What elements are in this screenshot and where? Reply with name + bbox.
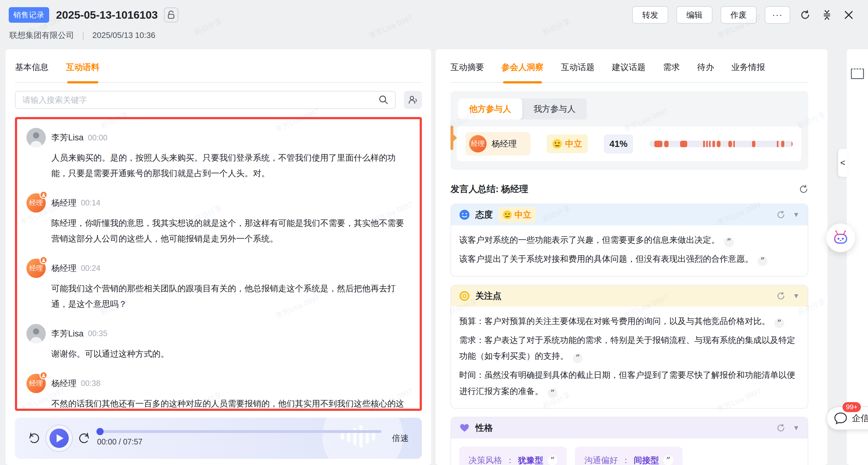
participant-side-segment[interactable]: 我方参与人: [522, 98, 587, 119]
edit-button[interactable]: 编辑: [676, 6, 712, 24]
timeline-segment: [712, 141, 715, 147]
close-icon[interactable]: [842, 8, 856, 22]
speaker-filter-icon: [408, 95, 418, 105]
message-timestamp[interactable]: 00:14: [81, 198, 100, 207]
focus-title: 关注点: [475, 290, 501, 302]
forward-button[interactable]: 转发: [632, 6, 668, 24]
speaker-avatar: 经理: [26, 193, 46, 212]
right-tab[interactable]: 互动摘要: [451, 62, 484, 74]
message-text: 谢谢你。可以通过这种方式的。: [51, 346, 410, 362]
audio-progress-bar[interactable]: [97, 430, 381, 433]
personality-refresh-icon[interactable]: [777, 424, 785, 432]
message-timestamp[interactable]: 00:00: [88, 133, 107, 142]
quote-jump-icon[interactable]: ”: [757, 256, 768, 266]
participant-side-toggle: 他方参与人 我方参与人: [458, 98, 587, 119]
attitude-title: 态度: [475, 209, 493, 221]
message-timestamp[interactable]: 00:24: [81, 264, 100, 273]
quote-jump-icon[interactable]: ”: [573, 353, 583, 363]
timeline-segment: [709, 141, 711, 147]
focus-line: 时间：虽然没有明确提到具体的截止日期，但客户提到了需要尽快了解报价和功能清单以便…: [459, 367, 800, 399]
left-tab[interactable]: 基本信息: [15, 62, 49, 74]
participant-side-segment[interactable]: 他方参与人: [458, 98, 522, 119]
play-button[interactable]: [50, 429, 69, 448]
right-tab[interactable]: 待办: [697, 62, 714, 74]
unread-count-badge: 99+: [842, 402, 861, 412]
forward-seek-icon[interactable]: [79, 432, 90, 444]
right-tab[interactable]: 参会人洞察: [501, 62, 544, 74]
timeline-segment: [680, 141, 687, 147]
attitude-sentiment-badge: 中立: [498, 207, 536, 223]
participant-name: 杨经理: [492, 138, 517, 149]
speaking-timeline[interactable]: [649, 141, 793, 147]
timeline-segment: [781, 141, 784, 147]
panel-collapse-tab[interactable]: <: [838, 149, 847, 177]
ai-assistant-button[interactable]: [826, 224, 855, 252]
timeline-segment: [703, 141, 705, 147]
right-tab[interactable]: 互动话题: [561, 62, 594, 74]
manager-role-avatar: 经理: [469, 135, 487, 152]
message-text: 不然的话我们其他还有一百多的这种对应的人员需要报销的，他们其实用不到我们这些核心…: [51, 396, 410, 411]
chevron-down-icon[interactable]: ▼: [793, 292, 800, 300]
message-timestamp[interactable]: 00:38: [81, 379, 100, 388]
message-item: 李芳Lisa 00:35 谢谢你。可以通过这种方式的。: [26, 324, 410, 362]
speaker-summary-title: 发言人总结: 杨经理: [451, 183, 528, 196]
participant-name-pill: 经理 杨经理: [465, 132, 530, 156]
attitude-refresh-icon[interactable]: [777, 210, 785, 219]
message-timestamp[interactable]: 00:35: [88, 329, 107, 338]
insight-panel: 互动摘要 参会人洞察 互动话题 建议话题 需求 待办 业务情报 他方参与人 我方…: [436, 49, 828, 465]
chevron-down-icon[interactable]: ▼: [793, 424, 800, 432]
transcript-panel: 基本信息 互动语料: [6, 49, 431, 465]
quote-jump-icon[interactable]: ”: [724, 237, 734, 247]
summary-refresh-icon[interactable]: [799, 184, 808, 194]
robot-icon: [833, 230, 849, 246]
sentiment-badge: 中立: [547, 135, 588, 153]
collapse-icon[interactable]: [820, 8, 834, 22]
focus-line: 需求：客户表达了对于系统功能的需求，特别是关于报销流程、与现有系统的集成以及特定…: [459, 332, 800, 365]
speaker-filter-button[interactable]: [404, 91, 422, 109]
record-type-badge: 销售记录: [9, 7, 49, 23]
void-button[interactable]: 作废: [720, 6, 756, 24]
message-item: 经理 杨经理 00:14 陈经理，你听懂我的意思，我其实想说的就是这个，那这样有…: [26, 193, 410, 247]
participant-row[interactable]: 经理 杨经理 中立 41%: [457, 126, 801, 161]
message-item: 李芳Lisa 00:00 人员来购买的。是的，按照人头来购买。只要我们登录系统，…: [26, 128, 410, 181]
focus-card: 关注点 ▼ 预算：客户对预算的关注主要体现在对账号费用的询问，以及与其他竞品价格…: [451, 285, 808, 409]
participants-section: 他方参与人 我方参与人 经理 杨经理 中立 41%: [451, 91, 808, 170]
quote-jump-icon[interactable]: ”: [663, 455, 673, 465]
refresh-icon[interactable]: [798, 8, 812, 22]
message-item: 经理 杨经理 00:24 可能我们这个营销的那些相关团队的跟项目有关的，他总报销…: [26, 259, 410, 312]
timeline-segment: [792, 141, 793, 147]
qixin-chat-widget[interactable]: 99+ 企信: [826, 406, 868, 430]
unlock-icon[interactable]: [164, 7, 178, 22]
rewind-icon[interactable]: [28, 432, 40, 444]
heart-icon: [459, 423, 470, 433]
focus-refresh-icon[interactable]: [777, 292, 785, 300]
personality-card: 性格 ▼ 决策风格 ： 犹豫型 ” 沟通偏好 ：: [451, 417, 808, 465]
more-button[interactable]: ···: [765, 6, 790, 24]
participant-expand-handle[interactable]: [451, 126, 453, 150]
audio-progress-knob[interactable]: [96, 428, 103, 435]
manager-mini-badge-icon: [39, 191, 48, 199]
right-tab[interactable]: 业务情报: [732, 62, 765, 74]
right-tab[interactable]: 需求: [663, 62, 680, 74]
quote-jump-icon[interactable]: ”: [548, 388, 558, 398]
window-icon[interactable]: [851, 68, 864, 79]
playback-speed-button[interactable]: 倍速: [392, 433, 409, 444]
quote-jump-icon[interactable]: ”: [548, 455, 558, 465]
audio-player: 00:00 / 07:57 倍速: [15, 418, 422, 459]
target-icon: [459, 291, 470, 301]
left-tab-bar: 基本信息 互动语料: [15, 49, 422, 83]
chevron-down-icon[interactable]: ▼: [793, 211, 800, 219]
search-input[interactable]: [15, 91, 396, 109]
left-tab[interactable]: 互动语料: [66, 62, 99, 74]
quote-jump-icon[interactable]: ”: [774, 318, 784, 328]
speaker-name: 李芳Lisa: [51, 328, 84, 339]
search-icon[interactable]: [378, 95, 389, 105]
message-text: 可能我们这个营销的那些相关团队的跟项目有关的，他总报销走这个系统是，然后把他再去…: [51, 281, 410, 312]
speaker-name: 李芳Lisa: [51, 132, 84, 143]
timeline-segment: [664, 141, 669, 147]
speaker-name: 杨经理: [51, 378, 76, 389]
right-tab-bar: 互动摘要 参会人洞察 互动话题 建议话题 需求 待办 业务情报: [451, 49, 808, 83]
person-photo-icon: [26, 128, 46, 147]
timeline-segment: [706, 141, 708, 147]
right-tab[interactable]: 建议话题: [612, 62, 646, 74]
